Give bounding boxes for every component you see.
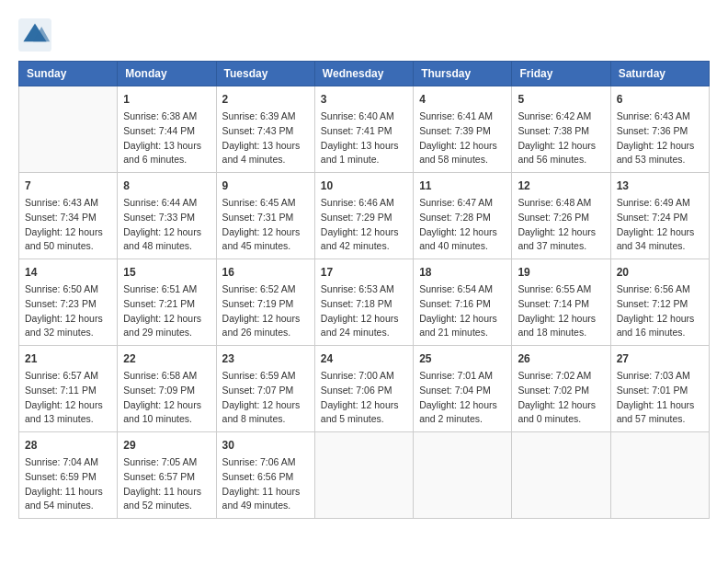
- day-info-line: Sunrise: 6:58 AM: [123, 369, 210, 384]
- calendar-cell: 21Sunrise: 6:57 AMSunset: 7:11 PMDayligh…: [19, 346, 118, 432]
- day-info-line: Sunset: 7:09 PM: [123, 384, 210, 398]
- day-number: 27: [617, 350, 703, 367]
- day-info-line: Sunrise: 7:01 AM: [419, 369, 506, 384]
- day-info-line: Sunset: 7:24 PM: [617, 211, 703, 225]
- day-info-line: Daylight: 12 hours: [518, 225, 604, 240]
- day-number: 16: [222, 264, 309, 281]
- calendar-cell: 1Sunrise: 6:38 AMSunset: 7:44 PMDaylight…: [118, 86, 216, 173]
- day-info-line: Daylight: 12 hours: [419, 398, 506, 413]
- day-info-line: Sunrise: 7:05 AM: [123, 455, 210, 470]
- day-info-line: Sunset: 7:28 PM: [419, 211, 506, 225]
- day-info-line: Sunrise: 6:57 AM: [25, 369, 111, 384]
- day-info-line: and 54 minutes.: [25, 499, 111, 513]
- day-info-line: Sunrise: 7:02 AM: [518, 369, 604, 384]
- day-info-line: Sunset: 7:29 PM: [321, 211, 407, 225]
- day-info-line: and 37 minutes.: [518, 239, 604, 254]
- day-info-line: and 45 minutes.: [222, 239, 309, 254]
- day-info-line: Daylight: 13 hours: [321, 139, 407, 154]
- day-info-line: Sunset: 7:41 PM: [321, 124, 407, 139]
- day-number: 28: [25, 437, 111, 454]
- calendar-cell: 11Sunrise: 6:47 AMSunset: 7:28 PMDayligh…: [414, 173, 512, 259]
- day-info-line: Daylight: 12 hours: [123, 225, 210, 240]
- calendar-cell: 18Sunrise: 6:54 AMSunset: 7:16 PMDayligh…: [414, 259, 512, 346]
- calendar-cell: 6Sunrise: 6:43 AMSunset: 7:36 PMDaylight…: [610, 86, 709, 173]
- day-number: 30: [222, 437, 309, 454]
- day-number: 19: [518, 264, 604, 281]
- day-info-line: Sunrise: 6:45 AM: [222, 196, 309, 211]
- day-info-line: Daylight: 12 hours: [518, 398, 604, 413]
- day-info-line: Daylight: 12 hours: [617, 312, 703, 327]
- calendar-table: SundayMondayTuesdayWednesdayThursdayFrid…: [18, 61, 710, 519]
- calendar-header: SundayMondayTuesdayWednesdayThursdayFrid…: [19, 62, 710, 86]
- day-info-line: Sunset: 7:21 PM: [123, 297, 210, 312]
- calendar-cell: 7Sunrise: 6:43 AMSunset: 7:34 PMDaylight…: [19, 173, 118, 259]
- day-info-line: Sunrise: 6:46 AM: [321, 196, 407, 211]
- day-info-line: and 26 minutes.: [222, 326, 309, 340]
- logo-icon: [18, 18, 51, 52]
- day-info-line: and 48 minutes.: [123, 239, 210, 254]
- day-info-line: Sunrise: 6:51 AM: [123, 282, 210, 297]
- day-info-line: and 21 minutes.: [419, 326, 506, 340]
- days-of-week-row: SundayMondayTuesdayWednesdayThursdayFrid…: [19, 62, 710, 86]
- day-info-line: and 32 minutes.: [25, 326, 111, 340]
- day-info-line: Daylight: 11 hours: [25, 485, 111, 500]
- day-info-line: Sunset: 7:44 PM: [123, 124, 210, 139]
- day-number: 9: [222, 178, 309, 194]
- day-info-line: and 18 minutes.: [518, 326, 604, 340]
- day-info-line: and 13 minutes.: [25, 412, 111, 427]
- day-info-line: Sunset: 7:39 PM: [419, 124, 506, 139]
- day-number: 6: [617, 91, 703, 108]
- week-row-1: 1Sunrise: 6:38 AMSunset: 7:44 PMDaylight…: [19, 86, 710, 173]
- day-number: 11: [419, 178, 506, 194]
- day-info-line: Sunrise: 6:43 AM: [617, 109, 703, 124]
- day-info-line: Sunset: 7:01 PM: [617, 384, 703, 398]
- day-info-line: Sunrise: 6:41 AM: [419, 109, 506, 124]
- day-info-line: and 5 minutes.: [321, 412, 407, 427]
- day-info-line: and 16 minutes.: [617, 326, 703, 340]
- day-info-line: and 24 minutes.: [321, 326, 407, 340]
- day-info-line: and 34 minutes.: [617, 239, 703, 254]
- day-info-line: Daylight: 12 hours: [222, 312, 309, 327]
- day-info-line: Sunset: 7:23 PM: [25, 297, 111, 312]
- day-number: 14: [25, 264, 111, 281]
- calendar-cell: 17Sunrise: 6:53 AMSunset: 7:18 PMDayligh…: [314, 259, 413, 346]
- calendar-cell: [314, 432, 413, 519]
- day-info-line: and 0 minutes.: [518, 412, 604, 427]
- day-info-line: Sunset: 7:34 PM: [25, 211, 111, 225]
- day-info-line: Daylight: 12 hours: [25, 312, 111, 327]
- day-info-line: Daylight: 12 hours: [321, 398, 407, 413]
- day-info-line: Sunrise: 6:54 AM: [419, 282, 506, 297]
- day-info-line: Daylight: 13 hours: [222, 139, 309, 154]
- day-number: 29: [123, 437, 210, 454]
- day-info-line: Daylight: 12 hours: [25, 225, 111, 240]
- day-header-saturday: Saturday: [610, 62, 709, 86]
- day-header-monday: Monday: [118, 62, 216, 86]
- week-row-2: 7Sunrise: 6:43 AMSunset: 7:34 PMDaylight…: [19, 173, 710, 259]
- day-number: 12: [518, 178, 604, 194]
- day-header-sunday: Sunday: [19, 62, 118, 86]
- day-header-tuesday: Tuesday: [216, 62, 314, 86]
- day-info-line: Sunrise: 7:03 AM: [617, 369, 703, 384]
- day-info-line: Daylight: 11 hours: [222, 485, 309, 500]
- day-info-line: Sunset: 7:14 PM: [518, 297, 604, 312]
- calendar-cell: 20Sunrise: 6:56 AMSunset: 7:12 PMDayligh…: [610, 259, 709, 346]
- calendar-cell: 26Sunrise: 7:02 AMSunset: 7:02 PMDayligh…: [512, 346, 610, 432]
- day-info-line: Daylight: 12 hours: [617, 225, 703, 240]
- calendar-cell: [610, 432, 709, 519]
- day-info-line: Sunrise: 6:39 AM: [222, 109, 309, 124]
- day-info-line: Sunset: 7:04 PM: [419, 384, 506, 398]
- day-info-line: Sunrise: 6:49 AM: [617, 196, 703, 211]
- day-info-line: Sunset: 7:18 PM: [321, 297, 407, 312]
- calendar-cell: 10Sunrise: 6:46 AMSunset: 7:29 PMDayligh…: [314, 173, 413, 259]
- logo: [18, 18, 57, 52]
- calendar-cell: 15Sunrise: 6:51 AMSunset: 7:21 PMDayligh…: [118, 259, 216, 346]
- day-info-line: Daylight: 12 hours: [321, 225, 407, 240]
- day-info-line: Sunrise: 7:04 AM: [25, 455, 111, 470]
- day-number: 13: [617, 178, 703, 194]
- day-info-line: Sunset: 7:36 PM: [617, 124, 703, 139]
- week-row-4: 21Sunrise: 6:57 AMSunset: 7:11 PMDayligh…: [19, 346, 710, 432]
- day-info-line: and 58 minutes.: [419, 153, 506, 167]
- day-info-line: Sunrise: 6:59 AM: [222, 369, 309, 384]
- day-info-line: Daylight: 12 hours: [617, 139, 703, 154]
- day-number: 7: [25, 178, 111, 194]
